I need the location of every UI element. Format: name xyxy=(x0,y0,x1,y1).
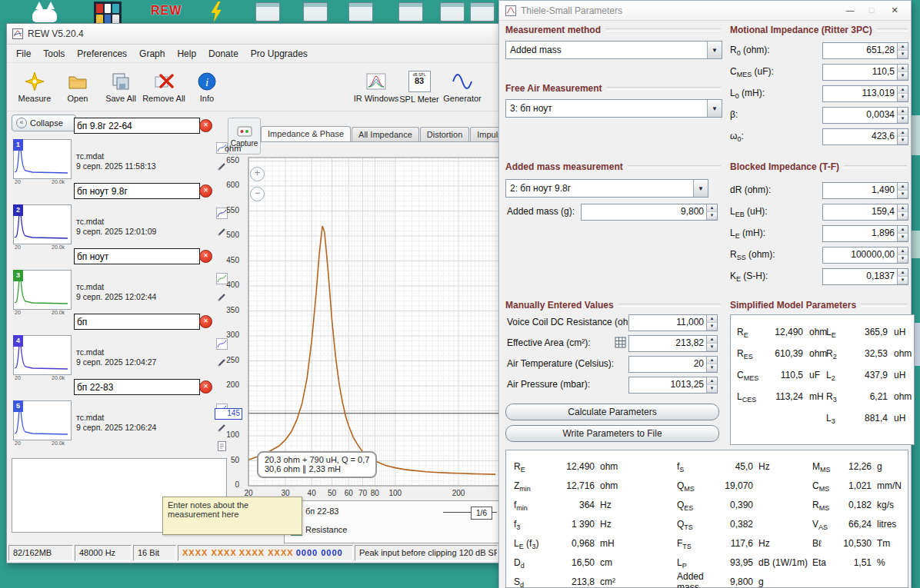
result-label: QMS xyxy=(677,480,722,491)
measure-button[interactable]: Measure xyxy=(13,65,56,109)
measurement-name-input[interactable] xyxy=(74,183,200,199)
app-window-icon[interactable] xyxy=(470,2,495,22)
blocked-param-field[interactable]: 159,4▲▼ xyxy=(822,204,908,221)
app-window-icon[interactable] xyxy=(255,2,280,22)
maximize-icon[interactable]: □ xyxy=(862,3,882,18)
edit-pencil-icon[interactable] xyxy=(216,291,228,304)
area-table-icon[interactable] xyxy=(615,337,626,351)
save-all-button[interactable]: Save All xyxy=(99,65,142,109)
menu-item[interactable]: Graph xyxy=(133,47,171,61)
chevron-down-icon[interactable]: ▼ xyxy=(693,180,708,197)
measurement-name-input[interactable] xyxy=(74,118,200,134)
menu-item[interactable]: Pro Upgrades xyxy=(245,47,314,61)
manual-row-field[interactable]: 1013,25▲▼ xyxy=(628,377,718,394)
spl-meter-label: SPL Meter xyxy=(399,95,439,104)
motional-param-field[interactable]: 651,28▲▼ xyxy=(822,42,908,59)
delete-measurement-icon[interactable]: ✕ xyxy=(199,250,212,263)
delete-measurement-icon[interactable]: ✕ xyxy=(199,119,212,132)
motional-param-field[interactable]: 0,0034▲▼ xyxy=(822,107,908,124)
spinner-icon[interactable]: ▲▼ xyxy=(897,43,908,58)
delete-measurement-icon[interactable]: ✕ xyxy=(199,315,212,328)
added-mass-combo[interactable]: 2: бп ноут 9.8г▼ xyxy=(505,179,708,198)
rew-desktop-icon[interactable]: REW xyxy=(151,4,182,18)
blocked-param-field[interactable]: 100000,00▲▼ xyxy=(822,247,908,264)
spinner-icon[interactable]: ▲▼ xyxy=(897,86,908,101)
menu-item[interactable]: Donate xyxy=(202,47,245,61)
impedance-plot[interactable]: 20304050607080100200 xyxy=(242,154,499,500)
chevron-down-icon[interactable]: ▼ xyxy=(707,42,722,58)
motional-param-label: R0 (ohm): xyxy=(730,45,770,55)
spinner-icon[interactable]: ▲▼ xyxy=(706,204,717,220)
measurement-date: 9 серп. 2025 11:58:13 xyxy=(76,161,156,171)
measurement-name-input[interactable] xyxy=(74,314,200,330)
spinner-icon[interactable]: ▲▼ xyxy=(897,204,908,220)
result-label: LE (f3) xyxy=(514,538,549,549)
measurement-name-input[interactable] xyxy=(74,248,200,264)
dialog-titlebar[interactable]: Thiele-Small Parameters — □ ✕ xyxy=(499,1,911,21)
menu-item[interactable]: Help xyxy=(171,47,202,61)
delete-measurement-icon[interactable]: ✕ xyxy=(199,380,212,394)
spinner-icon[interactable]: ▲▼ xyxy=(897,247,908,263)
motional-param-field[interactable]: 110,5▲▼ xyxy=(822,64,908,81)
motional-param-field[interactable]: 423,6▲▼ xyxy=(822,128,908,145)
trace-pager[interactable]: 1/6 xyxy=(471,507,492,520)
trace-color-icon[interactable] xyxy=(216,338,228,350)
lightning-icon[interactable] xyxy=(208,2,225,22)
notes-icon[interactable] xyxy=(216,440,228,453)
app-window-icon[interactable] xyxy=(303,2,328,22)
menu-item[interactable]: Tools xyxy=(37,47,71,61)
rew-titlebar[interactable]: REW V5.20.4 xyxy=(7,24,499,45)
added-mass-field[interactable]: 9,800 ▲▼ xyxy=(581,204,718,221)
generator-button[interactable]: Generator xyxy=(441,65,484,109)
info-button[interactable]: i Info xyxy=(185,65,228,109)
spinner-icon[interactable]: ▲▼ xyxy=(706,315,717,331)
app-window-icon[interactable] xyxy=(440,2,465,22)
result-label: QES xyxy=(677,500,722,510)
result-unit: g xyxy=(758,576,808,587)
graph-tab[interactable]: Impulse xyxy=(470,127,499,141)
manual-row-field[interactable]: 20▲▼ xyxy=(628,356,718,373)
menu-item[interactable]: Preferences xyxy=(71,47,133,61)
app-window-icon[interactable] xyxy=(348,2,373,22)
delete-measurement-icon[interactable]: ✕ xyxy=(199,184,212,198)
chevron-down-icon[interactable]: ▼ xyxy=(707,100,722,117)
remove-all-button[interactable]: Remove All xyxy=(142,65,185,109)
spinner-icon[interactable]: ▲▼ xyxy=(897,183,908,198)
spinner-icon[interactable]: ▲▼ xyxy=(897,226,908,241)
result-label: VAS xyxy=(812,519,838,530)
result-unit: Hz xyxy=(758,461,808,472)
graph-tab[interactable]: Impedance & Phase xyxy=(261,126,351,141)
cat-icon[interactable] xyxy=(32,2,58,22)
spinner-icon[interactable]: ▲▼ xyxy=(897,129,908,145)
measure-icon xyxy=(25,71,45,91)
minimize-icon[interactable]: — xyxy=(840,3,860,18)
spl-meter-button[interactable]: dB SPL 83 SPL Meter xyxy=(398,65,441,109)
spinner-icon[interactable]: ▲▼ xyxy=(706,336,717,351)
manual-row-field[interactable]: 213,82▲▼ xyxy=(628,335,718,352)
blocked-param-field[interactable]: 1,896▲▼ xyxy=(822,225,908,242)
write-parameters-button[interactable]: Write Parameters to File xyxy=(505,425,719,442)
graph-tab[interactable]: Distortion xyxy=(420,127,469,141)
motional-param-field[interactable]: 113,019▲▼ xyxy=(822,85,908,102)
spinner-icon[interactable]: ▲▼ xyxy=(897,269,908,284)
menu-item[interactable]: File xyxy=(10,47,37,61)
open-button[interactable]: Open xyxy=(56,65,99,109)
zoom-in-icon[interactable]: + xyxy=(250,167,265,181)
spinner-icon[interactable]: ▲▼ xyxy=(706,357,717,372)
calculate-parameters-button[interactable]: Calculate Parameters xyxy=(505,404,719,420)
app-window-icon[interactable] xyxy=(398,2,423,22)
measurement-method-combo[interactable]: Added mass▼ xyxy=(505,41,722,59)
free-air-combo[interactable]: 3: бп ноут▼ xyxy=(505,99,722,118)
measurement-name-input[interactable] xyxy=(74,379,200,395)
result-label: Zmin xyxy=(514,480,549,491)
spinner-icon[interactable]: ▲▼ xyxy=(706,377,717,393)
manual-row-field[interactable]: 11,000▲▼ xyxy=(628,314,718,331)
blocked-param-field[interactable]: 1,490▲▼ xyxy=(822,182,908,199)
zoom-out-icon[interactable]: − xyxy=(250,187,265,201)
spinner-icon[interactable]: ▲▼ xyxy=(897,108,908,123)
graph-tab[interactable]: All Impedance xyxy=(352,127,419,141)
blocked-param-field[interactable]: 0,1837▲▼ xyxy=(822,268,908,285)
close-icon[interactable]: ✕ xyxy=(885,3,905,18)
ir-windows-button[interactable]: IR Windows xyxy=(355,65,398,109)
spinner-icon[interactable]: ▲▼ xyxy=(897,65,908,80)
